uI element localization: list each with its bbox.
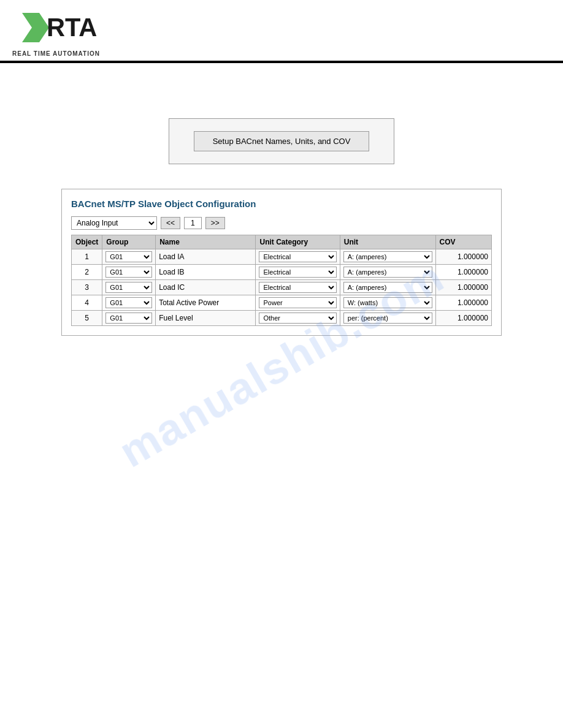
cell-unit-category[interactable]: Power xyxy=(256,295,340,311)
cell-unit[interactable]: A: (amperes) xyxy=(340,280,435,295)
page-number: 1 xyxy=(184,217,202,229)
config-toolbar: Analog Input Analog Output Binary Input … xyxy=(71,216,492,230)
cell-unit-category[interactable]: Electrical xyxy=(256,265,340,280)
unit-category-select[interactable]: Other xyxy=(259,313,336,324)
cell-group[interactable]: G01 xyxy=(102,280,156,295)
main-content: Setup BACnet Names, Units, and COV BACne… xyxy=(0,63,563,354)
cell-unit[interactable]: A: (amperes) xyxy=(340,265,435,280)
cell-name: Fuel Level xyxy=(156,311,256,326)
cell-name: Load IA xyxy=(156,249,256,265)
cell-cov: 1.000000 xyxy=(435,311,491,326)
col-header-unit-category: Unit Category xyxy=(256,235,340,249)
unit-select[interactable]: W: (watts) xyxy=(343,297,432,308)
unit-category-select[interactable]: Power xyxy=(259,297,336,308)
cell-unit-category[interactable]: Other xyxy=(256,311,340,326)
cell-name: Total Active Power xyxy=(156,295,256,311)
rta-logo: RTA xyxy=(12,6,110,49)
cell-name: Load IB xyxy=(156,265,256,280)
cell-object-num: 1 xyxy=(72,249,102,265)
cell-unit[interactable]: A: (amperes) xyxy=(340,249,435,265)
group-select[interactable]: G01 xyxy=(105,313,152,324)
setup-bacnet-button[interactable]: Setup BACnet Names, Units, and COV xyxy=(194,131,370,151)
nav-next-button[interactable]: >> xyxy=(205,217,225,229)
table-row: 3G01Load ICElectricalA: (amperes)1.00000… xyxy=(72,280,492,295)
config-table: Object Group Name Unit Category Unit COV… xyxy=(71,235,492,326)
cell-group[interactable]: G01 xyxy=(102,265,156,280)
cell-group[interactable]: G01 xyxy=(102,249,156,265)
unit-category-select[interactable]: Electrical xyxy=(259,267,336,278)
unit-category-select[interactable]: Electrical xyxy=(259,251,336,262)
unit-category-select[interactable]: Electrical xyxy=(259,282,336,293)
cell-unit[interactable]: W: (watts) xyxy=(340,295,435,311)
logo-container: RTA REAL TIME AUTOMATION xyxy=(12,6,110,57)
cell-cov: 1.000000 xyxy=(435,249,491,265)
cell-object-num: 3 xyxy=(72,280,102,295)
cell-unit-category[interactable]: Electrical xyxy=(256,280,340,295)
object-type-select[interactable]: Analog Input Analog Output Binary Input … xyxy=(71,216,157,230)
group-select[interactable]: G01 xyxy=(105,267,152,278)
nav-prev-button[interactable]: << xyxy=(161,217,180,229)
page-header: RTA REAL TIME AUTOMATION xyxy=(0,0,563,57)
col-header-unit: Unit xyxy=(340,235,435,249)
cell-object-num: 2 xyxy=(72,265,102,280)
table-row: 5G01Fuel LevelOtherper: (percent)1.00000… xyxy=(72,311,492,326)
col-header-object: Object xyxy=(72,235,102,249)
unit-select[interactable]: A: (amperes) xyxy=(343,251,432,262)
cell-cov: 1.000000 xyxy=(435,295,491,311)
cell-group[interactable]: G01 xyxy=(102,295,156,311)
setup-button-wrapper: Setup BACnet Names, Units, and COV xyxy=(169,118,395,164)
table-row: 1G01Load IAElectricalA: (amperes)1.00000… xyxy=(72,249,492,265)
group-select[interactable]: G01 xyxy=(105,297,152,308)
table-header: Object Group Name Unit Category Unit COV xyxy=(72,235,492,249)
unit-select[interactable]: A: (amperes) xyxy=(343,282,432,293)
group-select[interactable]: G01 xyxy=(105,251,152,262)
logo-text: RTA xyxy=(47,13,97,42)
cell-cov: 1.000000 xyxy=(435,265,491,280)
cell-unit[interactable]: per: (percent) xyxy=(340,311,435,326)
cell-object-num: 4 xyxy=(72,295,102,311)
col-header-group: Group xyxy=(102,235,156,249)
bacnet-config-title: BACnet MS/TP Slave Object Configuration xyxy=(71,199,492,209)
group-select[interactable]: G01 xyxy=(105,282,152,293)
col-header-cov: COV xyxy=(435,235,491,249)
cell-group[interactable]: G01 xyxy=(102,311,156,326)
col-header-name: Name xyxy=(156,235,256,249)
logo-tagline: REAL TIME AUTOMATION xyxy=(12,50,100,57)
table-body: 1G01Load IAElectricalA: (amperes)1.00000… xyxy=(72,249,492,326)
bacnet-config-section: BACnet MS/TP Slave Object Configuration … xyxy=(61,189,502,336)
unit-select[interactable]: A: (amperes) xyxy=(343,267,432,278)
setup-button-area: Setup BACnet Names, Units, and COV xyxy=(25,118,538,164)
logo-chevron xyxy=(22,13,49,42)
cell-unit-category[interactable]: Electrical xyxy=(256,249,340,265)
cell-cov: 1.000000 xyxy=(435,280,491,295)
cell-object-num: 5 xyxy=(72,311,102,326)
table-row: 4G01Total Active PowerPowerW: (watts)1.0… xyxy=(72,295,492,311)
unit-select[interactable]: per: (percent) xyxy=(343,313,432,324)
cell-name: Load IC xyxy=(156,280,256,295)
table-row: 2G01Load IBElectricalA: (amperes)1.00000… xyxy=(72,265,492,280)
